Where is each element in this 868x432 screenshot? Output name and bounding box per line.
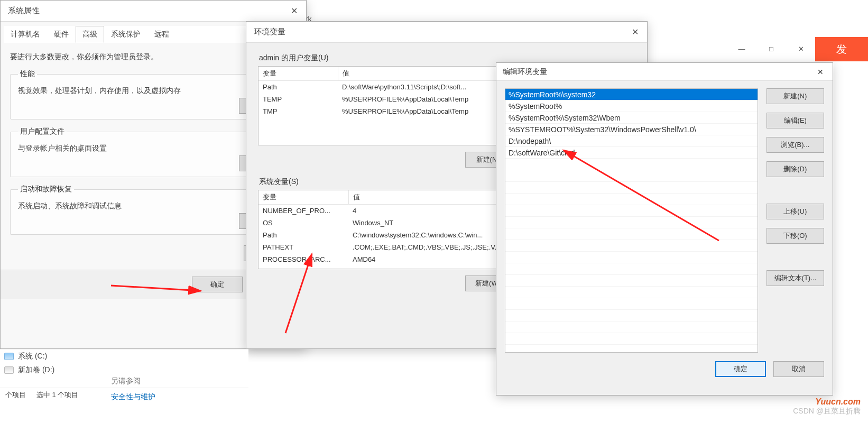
drive-c-label: 系统 (C:) [18,352,47,361]
tab-hardware[interactable]: 硬件 [47,26,76,43]
status-selected: 选中 1 个项目 [36,390,78,400]
path-entry[interactable]: %SystemRoot%\System32\Wbem [505,112,758,124]
see-also-heading: 另请参阅 [111,376,155,386]
col-variable[interactable]: 变量 [258,190,348,205]
security-maintenance-link[interactable]: 安全性与维护 [111,392,155,402]
editpath-ok-button[interactable]: 确定 [715,361,766,377]
editpath-cancel-button[interactable]: 取消 [773,361,824,377]
close-icon[interactable]: ✕ [792,42,810,55]
cell-var: PROCESSOR_ARC... [258,253,348,265]
drive-d-label: 新加卷 (D:) [18,365,54,375]
envvars-titlebar: 环境变量 ✕ [246,22,647,43]
path-entry-empty[interactable] [505,205,758,217]
path-entries-list[interactable]: %SystemRoot%\system32%SystemRoot%%System… [505,88,758,353]
path-entry[interactable]: %SystemRoot%\system32 [505,89,758,100]
user-profiles-legend: 用户配置文件 [18,127,67,136]
status-item-count: 个项目 [5,390,26,400]
edit-environment-variable-window: 编辑环境变量 ✕ %SystemRoot%\system32%SystemRoo… [496,62,833,396]
path-entry-empty[interactable] [505,182,758,194]
path-entry-empty[interactable] [505,159,758,170]
col-variable[interactable]: 变量 [258,67,338,81]
see-also-panel: 另请参阅 安全性与维护 [111,376,155,402]
cell-var: NUMBER_OF_PRO... [258,205,348,217]
branding-site: Yuucn.com [793,397,861,407]
path-entry-empty[interactable] [505,287,758,298]
background-window-buttons: — □ ✕ [733,42,810,55]
minimize-icon[interactable]: — [733,42,751,55]
drive-icon [4,366,14,374]
cell-var: PATHEXT [258,241,348,253]
cell-var: Path [258,81,338,94]
path-entry-empty[interactable] [505,228,758,240]
cell-var: Path [258,229,348,241]
path-entry-empty[interactable] [505,333,758,345]
editpath-title: 编辑环境变量 [503,67,547,77]
editpath-titlebar: 编辑环境变量 ✕ [496,63,833,81]
path-entry-empty[interactable] [505,252,758,263]
path-edit-button[interactable]: 编辑(E) [767,113,824,128]
path-entry-empty[interactable] [505,240,758,252]
close-icon[interactable]: ✕ [623,22,647,42]
sysprops-ok-button[interactable]: 确定 [192,277,243,292]
cell-var: TEMP [258,93,338,105]
path-entry-empty[interactable] [505,194,758,205]
performance-legend: 性能 [18,69,37,79]
path-entry-empty[interactable] [505,310,758,321]
path-browse-button[interactable]: 浏览(B)... [767,137,824,153]
publish-button[interactable]: 发 [815,37,868,61]
path-entry-empty[interactable] [505,345,758,353]
tab-remote[interactable]: 远程 [147,26,176,43]
tab-computer-name[interactable]: 计算机名 [4,26,47,43]
branding-csdn: CSDN @且菜且折腾 [793,407,861,416]
system-properties-titlebar: 系统属性 ✕ [1,1,306,22]
path-entry[interactable]: %SystemRoot% [505,100,758,112]
drive-icon [4,353,14,360]
system-properties-title: 系统属性 [8,6,40,16]
path-move-up-button[interactable]: 上移(U) [767,204,824,219]
drive-c-item[interactable]: 系统 (C:) [0,350,248,363]
branding: Yuucn.com CSDN @且菜且折腾 [793,397,861,416]
path-edit-text-button[interactable]: 编辑文本(T)... [767,270,824,286]
close-icon[interactable]: ✕ [282,1,306,21]
path-new-button[interactable]: 新建(N) [767,88,824,104]
path-entry[interactable]: %SYSTEMROOT%\System32\WindowsPowerShell\… [505,124,758,135]
cell-var: TMP [258,105,338,117]
path-entry-empty[interactable] [505,263,758,275]
drive-d-item[interactable]: 新加卷 (D:) [0,363,248,377]
path-entry-empty[interactable] [505,275,758,287]
maximize-icon[interactable]: □ [762,42,780,55]
path-delete-button[interactable]: 删除(D) [767,161,824,177]
cell-var: OS [258,217,348,229]
path-entry-empty[interactable] [505,298,758,310]
close-icon[interactable]: ✕ [808,63,833,80]
envvars-title: 环境变量 [254,27,285,37]
startup-recovery-legend: 启动和故障恢复 [18,185,74,194]
path-entry[interactable]: D:\nodepath\ [505,135,758,147]
path-entry-empty[interactable] [505,321,758,333]
user-vars-heading: admin 的用户变量(U) [259,53,634,63]
path-entry[interactable]: D:\softWare\Git\cmd [505,147,758,159]
tab-advanced[interactable]: 高级 [76,26,104,43]
path-entry-empty[interactable] [505,217,758,228]
tab-system-protection[interactable]: 系统保护 [104,26,147,43]
path-move-down-button[interactable]: 下移(O) [767,228,824,244]
path-entry-empty[interactable] [505,170,758,182]
